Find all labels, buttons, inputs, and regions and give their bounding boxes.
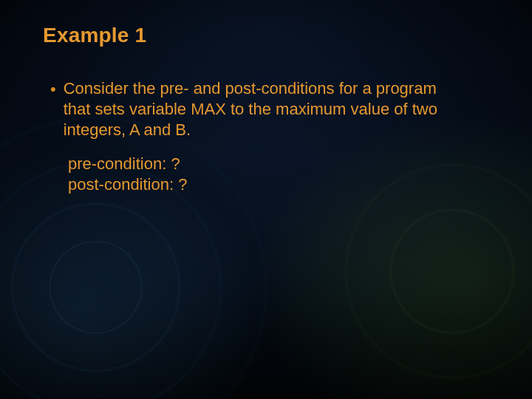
post-condition-line: post-condition: ? [68, 174, 489, 195]
slide-title: Example 1 [43, 24, 489, 47]
bullet-text: Consider the pre- and post-conditions fo… [64, 78, 455, 140]
conditions-block: pre-condition: ? post-condition: ? [68, 154, 489, 195]
bullet-item: • Consider the pre- and post-conditions … [50, 78, 489, 140]
slide-content: Example 1 • Consider the pre- and post-c… [0, 0, 532, 195]
pre-condition-line: pre-condition: ? [68, 154, 489, 174]
bullet-icon: • [50, 79, 56, 100]
